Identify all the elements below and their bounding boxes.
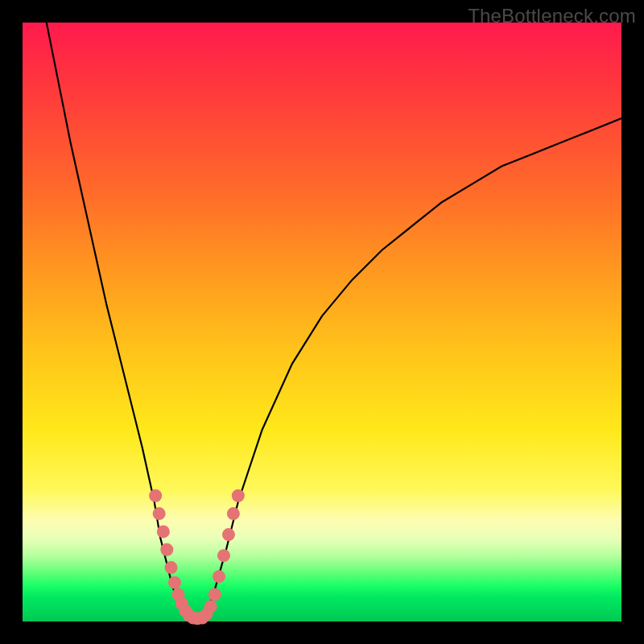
chart-plot-area [23, 23, 621, 621]
data-marker [208, 588, 221, 601]
data-marker [204, 600, 217, 613]
chart-svg [23, 23, 621, 621]
data-marker [165, 561, 178, 574]
data-marker [153, 507, 166, 520]
chart-stage: TheBottleneck.com [0, 0, 644, 644]
data-marker [149, 489, 162, 502]
data-marker [168, 576, 181, 589]
data-marker [157, 525, 170, 538]
data-marker [227, 507, 240, 520]
data-marker [160, 543, 173, 556]
data-marker [213, 570, 225, 583]
data-markers [149, 489, 245, 625]
data-marker [222, 528, 235, 541]
data-marker [232, 489, 245, 502]
data-marker [217, 549, 230, 562]
right-curve [202, 118, 621, 621]
